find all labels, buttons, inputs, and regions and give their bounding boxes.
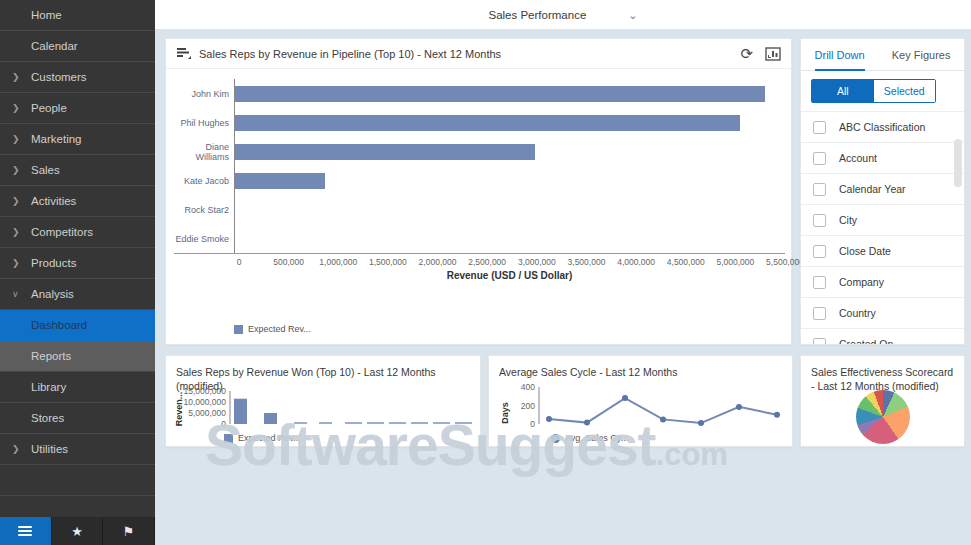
bar-track [234, 108, 785, 137]
category-label: Eddie Smoke [174, 234, 234, 244]
drilldown-item-close-date[interactable]: Close Date [801, 236, 964, 267]
drilldown-item-abc-classification[interactable]: ABC Classification [801, 112, 964, 143]
sidebar-item-stores[interactable]: Stores [0, 403, 155, 434]
sidebar-item-products[interactable]: ❯Products [0, 248, 155, 279]
tab-key-figures[interactable]: Key Figures [892, 39, 951, 71]
sidebar-item-customers[interactable]: ❯Customers [0, 62, 155, 93]
sidebar-item-label: Marketing [31, 124, 82, 155]
sidebar-item-utilities[interactable]: ❯Utilities [0, 434, 155, 465]
mini-bar[interactable] [345, 422, 362, 424]
data-point[interactable] [622, 395, 628, 401]
checkbox[interactable] [813, 121, 826, 134]
chevron-right-icon[interactable]: ❯ [12, 217, 20, 248]
checkbox[interactable] [813, 245, 826, 258]
data-point[interactable] [774, 412, 780, 418]
bar-diane-williams[interactable] [235, 144, 535, 160]
x-tick-label: 2,500,000 [468, 257, 506, 267]
chevron-right-icon[interactable]: ❯ [12, 155, 20, 186]
sales-cycle-line-chart: 4002000 [489, 384, 789, 432]
sidebar-item-label: Activities [31, 186, 76, 217]
filter-selected-button[interactable]: Selected [874, 80, 936, 102]
bar-phil-hughes[interactable] [235, 115, 740, 131]
sidebar-item-competitors[interactable]: ❯Competitors [0, 217, 155, 248]
sidebar-item-calendar[interactable]: Calendar [0, 31, 155, 62]
chevron-right-icon[interactable]: ❯ [12, 248, 20, 279]
drilldown-item-calendar-year[interactable]: Calendar Year [801, 174, 964, 205]
sidebar-item-marketing[interactable]: ❯Marketing [0, 124, 155, 155]
mini-bar[interactable] [389, 422, 406, 424]
dashboard-selector[interactable]: Sales Performance [488, 9, 586, 21]
checkbox[interactable] [813, 307, 826, 320]
x-tick-label: 500,000 [273, 257, 304, 267]
drilldown-item-company[interactable]: Company [801, 267, 964, 298]
flag-button[interactable]: ⚑ [103, 517, 154, 545]
mini-bar[interactable] [319, 422, 332, 424]
x-tick-label: 3,000,000 [518, 257, 556, 267]
menu-button[interactable] [0, 517, 51, 545]
chevron-right-icon[interactable]: ❯ [12, 93, 20, 124]
mini-bar[interactable] [411, 422, 428, 424]
chevron-right-icon[interactable]: ❯ [12, 434, 20, 465]
mini-bar[interactable] [234, 399, 247, 424]
sidebar-item-activities[interactable]: ❯Activities [0, 186, 155, 217]
data-point[interactable] [736, 404, 742, 410]
sidebar-item-sales[interactable]: ❯Sales [0, 155, 155, 186]
filter-all-button[interactable]: All [812, 80, 874, 102]
sidebar-item-dashboard[interactable]: Dashboard [0, 310, 155, 341]
drilldown-item-city[interactable]: City [801, 205, 964, 236]
mini-bar[interactable] [294, 422, 307, 424]
sidebar-item-reports[interactable]: Reports [0, 341, 155, 372]
mini-bar[interactable] [367, 422, 384, 424]
drilldown-item-label: Country [839, 307, 876, 319]
bar-john-kim[interactable] [235, 86, 765, 102]
pipeline-bar-chart: John KimPhil HughesDiane WilliamsKate Ja… [174, 79, 785, 281]
favorites-button[interactable]: ★ [52, 517, 103, 545]
scorecard-pie-chart[interactable] [856, 390, 910, 444]
sidebar-item-label: Library [31, 372, 66, 403]
scrollbar-thumb[interactable] [954, 139, 962, 187]
drilldown-panel: Drill Down Key Figures All Selected ABC … [800, 38, 965, 345]
bar-kate-jacob[interactable] [235, 173, 325, 189]
drilldown-item-country[interactable]: Country [801, 298, 964, 329]
y-tick-label: 10,000,000 [183, 397, 226, 407]
mini-bar[interactable] [264, 413, 277, 424]
sidebar-item-analysis[interactable]: ∨Analysis [0, 279, 155, 310]
sidebar-item-people[interactable]: ❯People [0, 93, 155, 124]
checkbox[interactable] [813, 214, 826, 227]
data-point[interactable] [584, 420, 590, 426]
checkbox[interactable] [813, 183, 826, 196]
chevron-right-icon[interactable]: ❯ [12, 186, 20, 217]
drilldown-item-label: Created On [839, 338, 893, 345]
sidebar-item-library[interactable]: Library [0, 372, 155, 403]
chart-type-icon[interactable] [176, 47, 191, 60]
data-point[interactable] [698, 420, 704, 426]
mini-bar[interactable] [433, 422, 450, 424]
drilldown-item-created-on[interactable]: Created On [801, 329, 964, 345]
bar-row: Eddie Smoke [174, 224, 785, 253]
sidebar: HomeCalendar❯Customers❯People❯Marketing❯… [0, 0, 155, 545]
checkbox[interactable] [813, 152, 826, 165]
y-tick-label: 400 [521, 384, 535, 392]
mini-bar[interactable] [455, 422, 472, 424]
chevron-right-icon[interactable]: ❯ [12, 62, 20, 93]
tab-drill-down[interactable]: Drill Down [815, 39, 865, 71]
y-tick-label: 0 [221, 419, 226, 429]
data-point[interactable] [546, 416, 552, 422]
bar-track [234, 137, 785, 166]
export-table-icon[interactable] [765, 47, 781, 61]
checkbox[interactable] [813, 338, 826, 346]
chevron-right-icon[interactable]: ❯ [12, 124, 20, 155]
pipeline-chart-card: Sales Reps by Revenue in Pipeline (Top 1… [165, 38, 792, 345]
data-point[interactable] [660, 416, 666, 422]
chevron-down-icon[interactable]: ∨ [12, 279, 19, 310]
sidebar-item-home[interactable]: Home [0, 0, 155, 31]
x-tick-label: 4,000,000 [617, 257, 655, 267]
x-tick-label: 0 [237, 257, 242, 267]
refresh-icon[interactable]: ⟳ [740, 45, 753, 63]
chevron-down-icon[interactable]: ⌄ [628, 10, 637, 20]
pipeline-legend: Expected Rev... [234, 324, 311, 334]
y-tick-label: 0 [530, 419, 535, 429]
drilldown-item-account[interactable]: Account [801, 143, 964, 174]
checkbox[interactable] [813, 276, 826, 289]
y-tick-label: 200 [521, 401, 535, 411]
